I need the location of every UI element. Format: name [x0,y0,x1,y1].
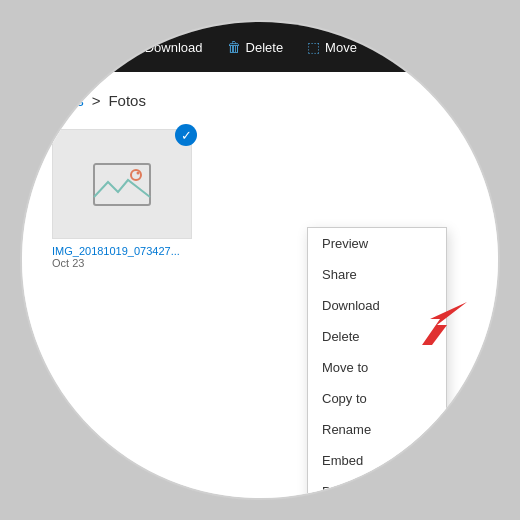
context-menu-rename[interactable]: Rename [308,414,446,445]
file-card[interactable]: ✓ IMG_20181019_073427... Oct 23 [52,129,192,271]
svg-marker-3 [422,302,467,345]
context-menu-share[interactable]: Share [308,259,446,290]
file-name: IMG_20181019_073427... [52,245,192,257]
context-menu-preview[interactable]: Preview [308,228,446,259]
file-thumbnail: ✓ [52,129,192,239]
toolbar-share-label: Share [69,40,104,55]
file-date: Oct 23 [52,257,192,269]
breadcrumb-files-link[interactable]: Files [52,92,84,109]
download-icon: ⬇ [128,39,140,55]
svg-rect-0 [94,164,150,205]
breadcrumb-separator: > [92,92,101,109]
toolbar-download[interactable]: ⬇ Download [128,39,203,55]
file-select-indicator: ✓ [175,124,197,146]
move-icon: ⬚ [307,39,320,55]
context-menu-copy-to[interactable]: Copy to [308,383,446,414]
delete-icon: 🗑 [227,39,241,55]
toolbar-share[interactable]: ↗ Share [52,39,104,55]
image-placeholder-icon [92,162,152,207]
toolbar-delete[interactable]: 🗑 Delete [227,39,284,55]
breadcrumb-current: Fotos [108,92,146,109]
context-menu-details[interactable]: Details [308,476,446,500]
context-menu-move-to[interactable]: Move to [308,352,446,383]
toolbar-move-label: Move [325,40,357,55]
context-menu: Preview Share Download Delete Move to Co… [307,227,447,500]
app-window: ↗ Share ⬇ Download 🗑 Delete ⬚ Move Files… [20,20,500,500]
toolbar-delete-label: Delete [246,40,284,55]
breadcrumb: Files > Fotos [52,92,468,109]
toolbar-download-label: Download [145,40,203,55]
toolbar: ↗ Share ⬇ Download 🗑 Delete ⬚ Move [22,22,498,72]
main-content: Files > Fotos ✓ [22,72,498,498]
share-icon: ↗ [52,39,64,55]
context-menu-embed[interactable]: Embed [308,445,446,476]
check-icon: ✓ [181,128,192,143]
svg-point-2 [137,171,140,174]
file-info: IMG_20181019_073427... Oct 23 [52,243,192,271]
toolbar-move[interactable]: ⬚ Move [307,39,357,55]
svg-point-1 [131,170,141,180]
